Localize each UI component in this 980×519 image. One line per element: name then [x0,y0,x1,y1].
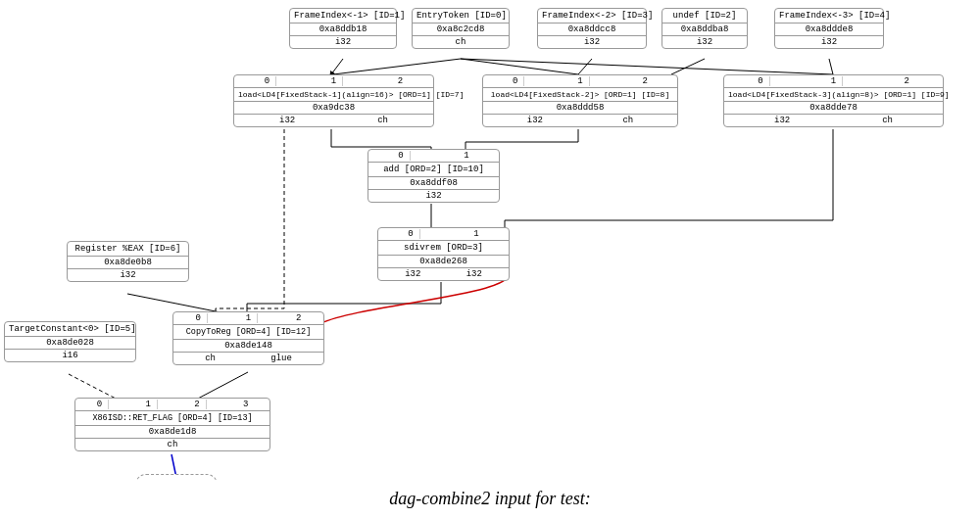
node-add-ports: 0 1 [368,150,499,163]
node-undef-types: i32 [662,36,747,48]
node-sdivrem-ports: 0 1 [378,228,509,241]
node-entrytoken: EntryToken [ID=0] 0xa8c2cd8 ch [412,8,510,49]
node-undef: undef [ID=2] 0xa8ddba8 i32 [662,8,748,49]
node-load2-types: i32 ch [483,115,677,126]
diagram: FrameIndex<-1> [ID=1] 0xa8ddb18 i32 Entr… [0,0,980,480]
node-copytoreg-address: 0xa8de148 [173,340,323,353]
node-frameindex1-types: i32 [290,36,396,48]
node-x86ret-address: 0xa8de1d8 [75,426,270,439]
node-load1-types: i32 ch [234,115,433,126]
node-targetconstant-label: TargetConstant<0> [ID=5] [5,322,135,337]
node-load1-label: load<LD4[FixedStack-1](align=16)> [ORD=1… [234,88,433,102]
node-register-types: i32 [68,269,188,281]
node-frameindex3-address: 0xa8ddde8 [775,24,883,36]
node-load3-ports: 0 1 2 [724,75,943,88]
node-add-label: add [ORD=2] [ID=10] [368,163,499,177]
node-copytoreg-types: ch glue [173,353,323,364]
node-frameindex1-address: 0xa8ddb18 [290,24,396,36]
node-copytoreg-ports: 0 1 2 [173,312,323,325]
node-load1-ports: 0 1 2 [234,75,433,88]
node-copytoreg-label: CopyToReg [ORD=4] [ID=12] [173,325,323,340]
svg-line-10 [196,372,248,400]
svg-line-5 [671,59,705,74]
node-load2: 0 1 2 load<LD4[FixedStack-2]> [ORD=1] [I… [482,74,678,127]
node-entrytoken-types: ch [413,36,509,48]
node-load2-label: load<LD4[FixedStack-2]> [ORD=1] [ID=8] [483,88,677,102]
svg-line-8 [127,294,225,313]
node-undef-address: 0xa8ddba8 [662,24,747,36]
node-frameindex2: FrameIndex<-2> [ID=3] 0xa8ddcc8 i32 [537,8,647,49]
node-load2-ports: 0 1 2 [483,75,677,88]
node-load3-label: load<LD4[FixedStack-3](align=8)> [ORD=1]… [724,88,943,102]
node-x86ret: 0 1 2 3 X86ISD::RET_FLAG [ORD=4] [ID=13]… [74,398,270,451]
node-sdivrem: 0 1 sdivrem [ORD=3] 0xa8de268 i32 i32 [377,227,510,281]
node-entrytoken-address: 0xa8c2cd8 [413,24,509,36]
node-register-label: Register %EAX [ID=6] [68,242,188,257]
node-frameindex2-address: 0xa8ddcc8 [538,24,646,36]
node-frameindex1: FrameIndex<-1> [ID=1] 0xa8ddb18 i32 [289,8,397,49]
node-frameindex2-label: FrameIndex<-2> [ID=3] [538,9,646,24]
node-x86ret-types: ch [75,439,270,450]
node-frameindex2-types: i32 [538,36,646,48]
node-load3-address: 0xa8dde78 [724,102,943,115]
node-x86ret-ports: 0 1 2 3 [75,399,270,411]
node-frameindex3-types: i32 [775,36,883,48]
svg-line-6 [829,59,833,74]
node-targetconstant-address: 0xa8de028 [5,337,135,350]
node-undef-label: undef [ID=2] [662,9,747,24]
node-register-address: 0xa8de0b8 [68,257,188,269]
node-targetconstant: TargetConstant<0> [ID=5] 0xa8de028 i16 [4,321,136,362]
node-add-address: 0xa8ddf08 [368,177,499,190]
node-load3: 0 1 2 load<LD4[FixedStack-3](align=8)> [… [723,74,944,127]
node-sdivrem-types: i32 i32 [378,268,509,280]
node-load2-address: 0xa8ddd58 [483,102,677,115]
svg-line-0 [331,59,343,74]
node-frameindex3: FrameIndex<-3> [ID=4] 0xa8ddde8 i32 [774,8,884,49]
node-add: 0 1 add [ORD=2] [ID=10] 0xa8ddf08 i32 [368,149,500,203]
node-register: Register %EAX [ID=6] 0xa8de0b8 i32 [67,241,189,282]
node-frameindex1-label: FrameIndex<-1> [ID=1] [290,9,396,24]
node-copytoreg: 0 1 2 CopyToReg [ORD=4] [ID=12] 0xa8de14… [172,311,324,365]
svg-line-1 [333,59,461,74]
node-add-types: i32 [368,190,499,202]
node-load3-types: i32 ch [724,115,943,126]
svg-line-4 [578,59,592,74]
footer: dag-combine2 input for test: [0,489,980,509]
node-targetconstant-types: i16 [5,350,135,361]
node-sdivrem-label: sdivrem [ORD=3] [378,241,509,256]
svg-line-9 [69,374,118,400]
svg-line-2 [461,59,578,74]
node-x86ret-label: X86ISD::RET_FLAG [ORD=4] [ID=13] [75,411,270,426]
svg-line-3 [461,59,833,74]
footer-text: dag-combine2 input for test: [389,489,590,508]
node-entrytoken-label: EntryToken [ID=0] [413,9,509,24]
node-load1: 0 1 2 load<LD4[FixedStack-1](align=16)> … [233,74,434,127]
node-frameindex3-label: FrameIndex<-3> [ID=4] [775,9,883,24]
node-load1-address: 0xa9dc38 [234,102,433,115]
node-graphroot: GraphRoot [135,474,218,480]
node-sdivrem-address: 0xa8de268 [378,256,509,268]
